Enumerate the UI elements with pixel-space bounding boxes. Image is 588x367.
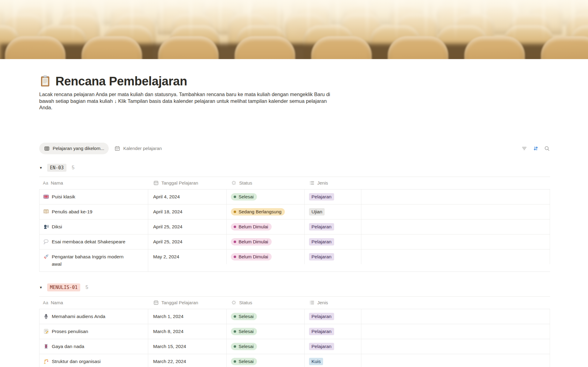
lesson-date[interactable]: April 18, 2024 xyxy=(148,204,227,219)
lesson-name[interactable]: Esai membaca dekat Shakespeare xyxy=(52,238,125,245)
table-row[interactable]: Esai membaca dekat Shakespeare April 25,… xyxy=(39,234,550,249)
column-header-date[interactable]: Tanggal Pelajaran xyxy=(148,300,227,305)
filter-icon[interactable] xyxy=(521,145,527,152)
type-badge: Pelajaran xyxy=(309,193,334,200)
group-header-en03: ▼ EN-03 5 xyxy=(39,163,550,172)
group-tag[interactable]: MENULIS-01 xyxy=(47,283,80,291)
crane-icon xyxy=(43,358,49,364)
lesson-date[interactable]: May 2, 2024 xyxy=(148,249,227,264)
lesson-date[interactable]: March 8, 2024 xyxy=(148,324,227,339)
thought-balloon-icon xyxy=(43,239,49,245)
status-cell[interactable]: Selesai xyxy=(227,309,305,324)
status-badge: Belum Dimulai xyxy=(231,238,272,245)
column-header-date[interactable]: Tanggal Pelajaran xyxy=(148,180,227,186)
lesson-name[interactable]: Struktur dan organisasi xyxy=(52,358,100,365)
group-count: 5 xyxy=(72,165,74,170)
speaking-head-icon xyxy=(43,224,49,230)
type-cell[interactable]: Pelajaran xyxy=(305,189,361,204)
collapse-toggle-icon[interactable]: ▼ xyxy=(39,166,47,170)
lesson-name[interactable]: Pengantar bahasa Inggris modern awal xyxy=(52,253,129,268)
type-cell[interactable]: Pelajaran xyxy=(305,339,361,354)
table-row[interactable]: Struktur dan organisasi March 22, 2024 S… xyxy=(39,354,550,367)
lesson-date[interactable]: March 1, 2024 xyxy=(148,309,227,324)
status-badge: Belum Dimulai xyxy=(231,223,272,230)
search-icon[interactable] xyxy=(544,145,550,152)
table-row[interactable]: Penulis abad ke-19 April 18, 2024 Sedang… xyxy=(39,204,550,219)
table-row[interactable]: Memahami audiens Anda March 1, 2024 Sele… xyxy=(39,309,550,324)
status-cell[interactable]: Selesai xyxy=(227,189,305,204)
status-cell[interactable]: Selesai xyxy=(227,324,305,339)
status-cell[interactable]: Sedang Berlangsung xyxy=(227,204,305,219)
table-row[interactable]: Gaya dan nada March 15, 2024 Selesai Pel… xyxy=(39,339,550,354)
lesson-name[interactable]: Diksi xyxy=(52,223,62,230)
type-badge: Pelajaran xyxy=(309,223,334,230)
column-header-type[interactable]: Jenis xyxy=(305,180,361,186)
table-row[interactable]: Pengantar bahasa Inggris modern awal May… xyxy=(39,249,550,272)
status-cell[interactable]: Selesai xyxy=(227,354,305,367)
lesson-name[interactable]: Gaya dan nada xyxy=(52,343,84,350)
tab-grouped-lessons[interactable]: Pelajaran yang dikelom... xyxy=(39,143,109,154)
status-badge: Selesai xyxy=(231,358,257,365)
type-cell[interactable]: Pelajaran xyxy=(305,249,361,264)
lesson-date[interactable]: April 25, 2024 xyxy=(148,219,227,234)
empty-cell xyxy=(361,339,550,354)
column-header-status[interactable]: Status xyxy=(227,300,305,305)
column-header-type[interactable]: Jenis xyxy=(305,300,361,305)
table-en03: Aa Nama Tanggal Pelajaran Status Jenis P… xyxy=(39,177,550,272)
table-row[interactable]: Proses penulisan March 8, 2024 Selesai P… xyxy=(39,324,550,339)
empty-cell xyxy=(361,324,550,339)
type-badge: Pelajaran xyxy=(309,253,334,260)
lesson-date[interactable]: March 22, 2024 xyxy=(148,354,227,367)
calendar-view-icon xyxy=(114,145,120,152)
list-icon xyxy=(309,300,315,305)
lesson-name[interactable]: Memahami audiens Anda xyxy=(52,313,105,320)
status-badge: Sedang Berlangsung xyxy=(231,208,285,215)
cover-light-streaks xyxy=(0,0,588,41)
status-cell[interactable]: Belum Dimulai xyxy=(227,219,305,234)
column-header-status[interactable]: Status xyxy=(227,180,305,186)
lesson-name[interactable]: Penulis abad ke-19 xyxy=(52,208,92,215)
status-cell[interactable]: Belum Dimulai xyxy=(227,234,305,249)
calendar-icon xyxy=(153,300,159,305)
lesson-date[interactable]: April 25, 2024 xyxy=(148,234,227,249)
view-toolbar: Pelajaran yang dikelom... Kalender pelaj… xyxy=(39,141,550,156)
type-cell[interactable]: Ujian xyxy=(305,204,361,219)
type-cell[interactable]: Pelajaran xyxy=(305,324,361,339)
type-cell[interactable]: Pelajaran xyxy=(305,234,361,249)
empty-cell xyxy=(361,219,550,234)
collapse-toggle-icon[interactable]: ▼ xyxy=(39,286,47,289)
status-cell[interactable]: Belum Dimulai xyxy=(227,249,305,264)
tab-grouped-label: Pelajaran yang dikelom... xyxy=(53,146,104,151)
group-tag[interactable]: EN-03 xyxy=(47,164,66,172)
table-row[interactable]: Diksi April 25, 2024 Belum Dimulai Pelaj… xyxy=(39,219,550,234)
type-badge: Pelajaran xyxy=(309,328,334,335)
type-cell[interactable]: Kuis xyxy=(305,354,361,367)
calendar-icon xyxy=(153,180,159,186)
status-cell[interactable]: Selesai xyxy=(227,339,305,354)
empty-cell xyxy=(361,204,550,219)
sort-icon[interactable] xyxy=(533,145,539,152)
clipboard-icon xyxy=(39,75,51,87)
status-badge: Selesai xyxy=(231,193,257,200)
memo-icon xyxy=(43,328,49,334)
type-cell[interactable]: Pelajaran xyxy=(305,309,361,324)
open-book-icon xyxy=(43,209,49,215)
column-header-name[interactable]: Aa Nama xyxy=(39,180,148,185)
tab-calendar-label: Kalender pelajaran xyxy=(123,146,162,151)
group-count: 5 xyxy=(85,285,88,290)
status-badge: Belum Dimulai xyxy=(231,253,272,260)
empty-cell xyxy=(361,249,550,264)
status-badge: Selesai xyxy=(231,328,257,335)
lesson-date[interactable]: April 4, 2024 xyxy=(148,189,227,204)
type-cell[interactable]: Pelajaran xyxy=(305,219,361,234)
lesson-date[interactable]: March 15, 2024 xyxy=(148,339,227,354)
group-header-menulis01: ▼ MENULIS-01 5 xyxy=(39,283,550,292)
table-header: Aa Nama Tanggal Pelajaran Status Jenis xyxy=(39,177,550,189)
lesson-name[interactable]: Proses penulisan xyxy=(52,328,88,335)
lesson-name[interactable]: Puisi klasik xyxy=(52,193,75,200)
barber-pole-icon xyxy=(43,343,49,349)
table-row[interactable]: Puisi klasik April 4, 2024 Selesai Pelaj… xyxy=(39,189,550,204)
column-header-name[interactable]: Aa Nama xyxy=(39,300,148,305)
type-badge: Pelajaran xyxy=(309,313,334,320)
tab-lesson-calendar[interactable]: Kalender pelajaran xyxy=(114,145,162,152)
